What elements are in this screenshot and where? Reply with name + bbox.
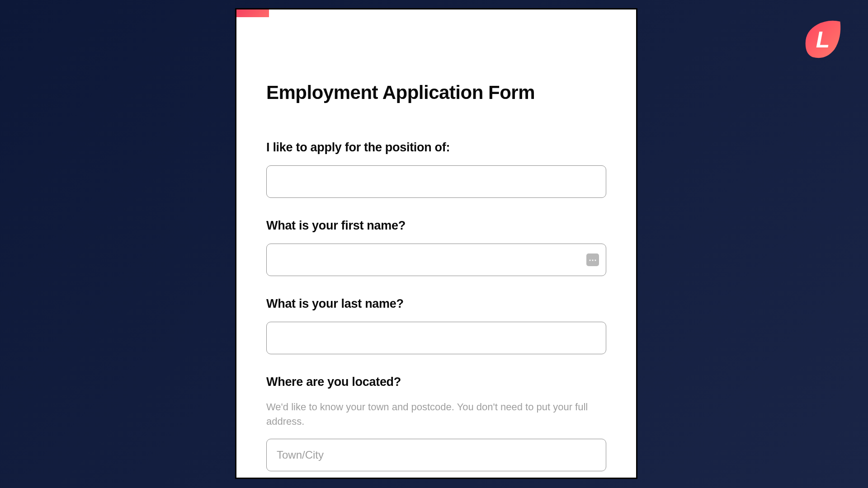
- position-label: I like to apply for the position of:: [266, 141, 606, 155]
- location-input[interactable]: [266, 439, 606, 471]
- svg-text:L: L: [816, 27, 830, 52]
- location-help-text: We'd like to know your town and postcode…: [266, 400, 606, 429]
- location-label: Where are you located?: [266, 375, 606, 389]
- field-location: Where are you located? We'd like to know…: [266, 375, 606, 471]
- last-name-label: What is your last name?: [266, 297, 606, 311]
- corner-accent: [236, 9, 269, 17]
- brand-logo: L: [802, 18, 845, 61]
- first-name-input[interactable]: [266, 244, 606, 276]
- autofill-icon[interactable]: [586, 253, 599, 266]
- field-position: I like to apply for the position of:: [266, 141, 606, 198]
- field-first-name: What is your first name?: [266, 219, 606, 276]
- form-title: Employment Application Form: [266, 82, 606, 103]
- first-name-label: What is your first name?: [266, 219, 606, 233]
- form-panel: Employment Application Form I like to ap…: [235, 8, 637, 479]
- last-name-input[interactable]: [266, 322, 606, 354]
- position-input[interactable]: [266, 165, 606, 198]
- field-last-name: What is your last name?: [266, 297, 606, 354]
